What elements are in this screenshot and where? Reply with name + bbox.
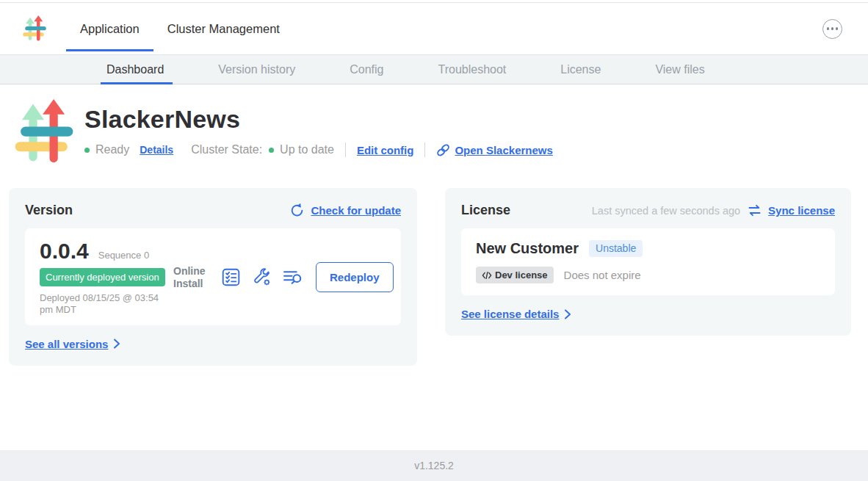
details-link[interactable]: Details <box>140 144 173 156</box>
subnav-tab-license[interactable]: License <box>560 55 601 84</box>
chevron-right-icon <box>113 339 120 349</box>
version-number: 0.0.4 <box>40 239 89 264</box>
divider <box>345 142 346 157</box>
version-card-title: Version <box>25 203 73 218</box>
appbar-tabs: Application Cluster Management <box>80 3 280 54</box>
install-type-label: Online Install <box>173 265 210 290</box>
subnav-tab-view-files[interactable]: View files <box>655 55 704 84</box>
subnav-tab-dashboard[interactable]: Dashboard <box>106 55 164 84</box>
license-card: License Last synced a few seconds ago Sy… <box>445 188 851 336</box>
page-title: SlackerNews <box>84 105 553 134</box>
current-version-panel: 0.0.4 Sequence 0 Currently deployed vers… <box>25 228 401 325</box>
slackernews-logo-icon <box>22 15 47 42</box>
check-for-update-link[interactable]: Check for update <box>289 203 401 218</box>
cluster-state-dot <box>269 148 274 153</box>
preflight-checklist-icon[interactable] <box>221 267 241 287</box>
subnav-tab-license-label: License <box>560 63 601 76</box>
main-content: SlackerNews Ready Details Cluster State:… <box>0 84 868 366</box>
tab-application-label: Application <box>80 22 140 36</box>
subnav-tab-troubleshoot[interactable]: Troubleshoot <box>438 55 506 84</box>
subnav-tab-dashboard-label: Dashboard <box>106 63 164 76</box>
check-for-update-label: Check for update <box>311 204 401 217</box>
config-wrench-gear-icon[interactable] <box>252 267 272 287</box>
redeploy-button[interactable]: Redeploy <box>316 262 394 292</box>
see-license-details-label: See license details <box>461 308 559 320</box>
see-license-details-link[interactable]: See license details <box>461 308 571 320</box>
customer-name: New Customer <box>476 240 579 257</box>
view-logs-icon[interactable] <box>283 268 303 286</box>
last-synced-label: Last synced a few seconds ago <box>592 205 740 217</box>
edit-config-link[interactable]: Edit config <box>357 144 414 156</box>
license-summary-panel: New Customer Unstable <box>461 228 835 295</box>
subnav-tab-version-history-label: Version history <box>218 63 295 76</box>
slackernews-logo-large-icon <box>12 99 76 165</box>
subnav-tab-config-label: Config <box>350 63 383 76</box>
divider <box>424 142 425 157</box>
deployed-timestamp: Deployed 08/15/25 @ 03:54 pm MDT <box>40 292 173 317</box>
tab-application[interactable]: Application <box>80 3 140 54</box>
ellipsis-menu-icon[interactable] <box>822 19 842 39</box>
version-card: Version Check for update <box>9 188 417 366</box>
open-slackernews-link[interactable]: Open Slackernews <box>436 143 552 157</box>
code-tag-icon <box>482 271 492 280</box>
sync-license-link[interactable]: Sync license <box>747 204 835 217</box>
dashboard-cards: Version Check for update <box>9 188 859 366</box>
sync-arrows-icon <box>747 204 762 217</box>
tab-cluster-management[interactable]: Cluster Management <box>167 3 280 54</box>
chevron-right-icon <box>564 309 571 319</box>
app-status-row: Ready Details Cluster State: Up to date … <box>84 142 553 157</box>
app-header: Application Cluster Management <box>0 3 868 54</box>
sync-license-label: Sync license <box>768 204 835 217</box>
expiration-label: Does not expire <box>564 269 641 281</box>
app-state-label: Ready <box>95 143 129 156</box>
subnav-tab-view-files-label: View files <box>655 63 704 76</box>
deployed-badge: Currently deployed version <box>40 268 165 286</box>
app-subnav: Dashboard Version history Config Trouble… <box>0 54 868 84</box>
subnav-tab-config[interactable]: Config <box>350 55 383 84</box>
page: Application Cluster Management Dashboard… <box>0 0 868 481</box>
cluster-state-label: Cluster State: <box>191 143 262 156</box>
sequence-label: Sequence 0 <box>98 250 149 261</box>
open-slackernews-label: Open Slackernews <box>455 144 552 156</box>
subnav-tab-version-history[interactable]: Version history <box>218 55 295 84</box>
cluster-state-value: Up to date <box>280 143 334 156</box>
license-type-label: Dev license <box>495 270 548 281</box>
channel-badge: Unstable <box>589 240 643 257</box>
license-type-badge: Dev license <box>476 267 554 283</box>
subnav-tab-troubleshoot-label: Troubleshoot <box>438 63 506 76</box>
see-all-versions-label: See all versions <box>25 338 108 350</box>
license-card-title: License <box>461 203 510 218</box>
console-version-label: v1.125.2 <box>414 460 454 471</box>
tab-cluster-management-label: Cluster Management <box>167 22 280 36</box>
ready-status-dot <box>84 148 90 153</box>
chain-link-icon <box>436 143 450 157</box>
refresh-icon <box>289 203 305 218</box>
app-heading-block: SlackerNews Ready Details Cluster State:… <box>12 99 868 165</box>
console-footer: v1.125.2 <box>0 450 868 481</box>
see-all-versions-link[interactable]: See all versions <box>25 338 120 350</box>
